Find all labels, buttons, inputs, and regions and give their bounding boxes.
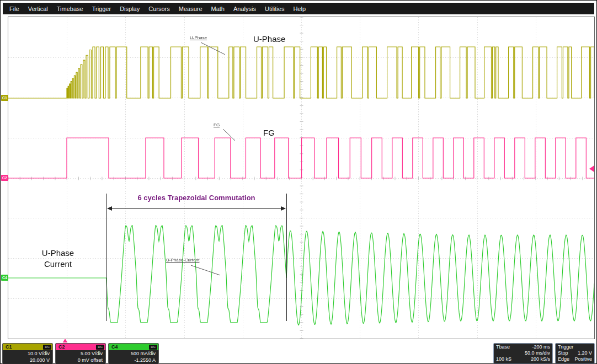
- oscilloscope-app: File Vertical Timebase Trigger Display C…: [0, 0, 597, 364]
- c2-offset: 0 mV offset: [56, 357, 105, 363]
- c2-position-marker[interactable]: C2: [1, 175, 8, 181]
- trigger-descriptor[interactable]: Trigger Stop 1.20 V Edge Positive: [555, 343, 595, 363]
- uphase-trace-tag[interactable]: U-Phase: [190, 35, 207, 40]
- current-label: U-Phase Current: [24, 248, 92, 270]
- trigger-mode: Stop: [558, 350, 568, 356]
- c2-scale: 5.00 V/div: [56, 350, 105, 357]
- c1-coupling-icon: DC: [43, 345, 51, 350]
- fg-title: FG: [263, 128, 275, 137]
- tbase-label: Tbase: [496, 344, 510, 350]
- menu-item-measure[interactable]: Measure: [174, 6, 207, 12]
- c4-header: C4 DC: [109, 344, 158, 350]
- c1-scale: 10.0 V/div: [3, 350, 52, 357]
- menu-item-timebase[interactable]: Timebase: [52, 6, 88, 12]
- c4-coupling-icon: DC: [149, 345, 157, 350]
- current-label-line2: Current: [24, 259, 92, 270]
- c1-label: C1: [3, 344, 15, 350]
- menu-item-analysis[interactable]: Analysis: [229, 6, 260, 12]
- c1-position-marker[interactable]: C1: [1, 95, 8, 101]
- trigger-type: Edge: [558, 356, 569, 362]
- menu-item-trigger[interactable]: Trigger: [88, 6, 115, 12]
- c2-header: C2 DC: [56, 344, 105, 350]
- c4-descriptor[interactable]: C4 DC 500 mA/div -1.2550 A: [108, 343, 159, 363]
- tbase-delay: -200 ms: [532, 344, 550, 350]
- c1-header: C1 DC: [3, 344, 52, 350]
- c1-offset: 20.000 V: [3, 357, 52, 363]
- trigger-level-marker[interactable]: [589, 165, 594, 172]
- c2-coupling-icon: DC: [96, 345, 104, 350]
- menu-item-display[interactable]: Display: [115, 6, 144, 12]
- menu-item-help[interactable]: Help: [289, 6, 310, 12]
- status-bar: C1 DC 10.0 V/div 20.000 V C2 DC 5.00 V/d…: [1, 342, 596, 364]
- tbase-sample-rate: 200 kS/s: [531, 356, 550, 362]
- trigger-label: Trigger: [558, 344, 573, 350]
- c4-position-marker[interactable]: C4: [1, 275, 8, 281]
- c2-descriptor[interactable]: C2 DC 5.00 V/div 0 mV offset: [55, 343, 106, 363]
- c4-offset: -1.2550 A: [109, 357, 158, 363]
- uphase-title: U-Phase: [253, 34, 285, 44]
- c2-label: C2: [56, 344, 68, 350]
- c1-descriptor[interactable]: C1 DC 10.0 V/div 20.000 V: [2, 343, 53, 363]
- menu-item-file[interactable]: File: [5, 6, 24, 12]
- c4-scale: 500 mA/div: [109, 350, 158, 357]
- menu-item-vertical[interactable]: Vertical: [24, 6, 52, 12]
- current-trace-tag[interactable]: U-Phase-Current: [166, 258, 199, 263]
- menu-item-utilities[interactable]: Utilities: [260, 6, 289, 12]
- menu-bar: File Vertical Timebase Trigger Display C…: [3, 3, 594, 14]
- waveform-canvas[interactable]: [8, 17, 594, 339]
- c4-label: C4: [109, 344, 121, 350]
- commutation-annotation: 6 cycles Trapezoidal Commutation: [106, 194, 286, 202]
- menu-item-cursors[interactable]: Cursors: [144, 6, 174, 12]
- timebase-descriptor[interactable]: Tbase -200 ms 50.0 ms/div 100 kS 200 kS/…: [493, 343, 553, 363]
- waveform-grid: U-Phase U-Phase FG FG 6 cycles Trapezoid…: [8, 17, 595, 339]
- tbase-record-length: 100 kS: [496, 356, 511, 362]
- trigger-level: 1.20 V: [578, 350, 592, 356]
- trigger-slope: Positive: [574, 356, 592, 362]
- tbase-scale: 50.0 ms/div: [525, 350, 550, 356]
- menu-item-math[interactable]: Math: [207, 6, 229, 12]
- fg-trace-tag[interactable]: FG: [214, 122, 220, 127]
- current-label-line1: U-Phase: [24, 248, 92, 259]
